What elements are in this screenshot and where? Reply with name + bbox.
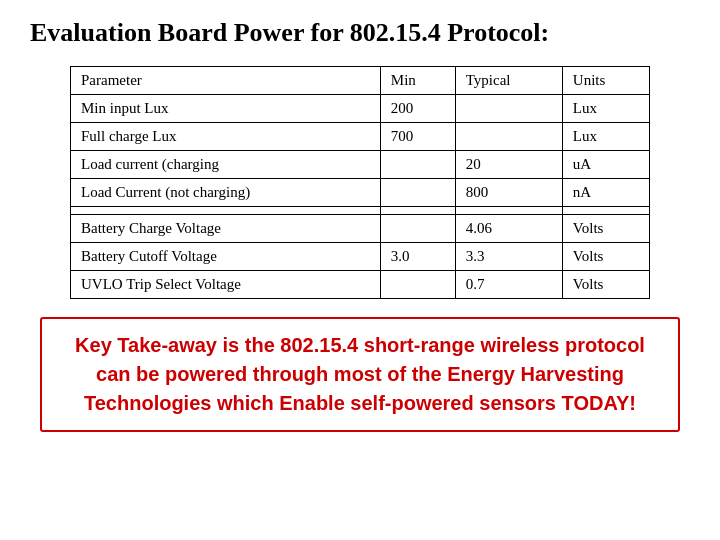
cell-param: Load Current (not charging) [71, 179, 381, 207]
table-spacer-row [71, 207, 650, 215]
cell-units: Lux [562, 123, 649, 151]
key-takeaway-box: Key Take-away is the 802.15.4 short-rang… [40, 317, 680, 432]
cell-typical: 20 [455, 151, 562, 179]
col-header-units: Units [562, 67, 649, 95]
cell-typical [455, 123, 562, 151]
table-row: Min input Lux200Lux [71, 95, 650, 123]
cell-typical [455, 95, 562, 123]
cell-param: Load current (charging [71, 151, 381, 179]
table-container: Parameter Min Typical Units Min input Lu… [70, 66, 650, 299]
cell-typical: 800 [455, 179, 562, 207]
table-row: Full charge Lux700Lux [71, 123, 650, 151]
cell-param: UVLO Trip Select Voltage [71, 271, 381, 299]
parameters-table: Parameter Min Typical Units Min input Lu… [70, 66, 650, 299]
cell-min: 700 [380, 123, 455, 151]
table-row: Load Current (not charging)800nA [71, 179, 650, 207]
col-header-typical: Typical [455, 67, 562, 95]
page-title: Evaluation Board Power for 802.15.4 Prot… [30, 18, 690, 48]
table-row: Load current (charging20uA [71, 151, 650, 179]
cell-param: Battery Cutoff Voltage [71, 243, 381, 271]
cell-min: 3.0 [380, 243, 455, 271]
cell-min [380, 215, 455, 243]
col-header-min: Min [380, 67, 455, 95]
cell-units: Volts [562, 271, 649, 299]
cell-min [380, 271, 455, 299]
cell-units: uA [562, 151, 649, 179]
cell-typical: 3.3 [455, 243, 562, 271]
cell-param: Full charge Lux [71, 123, 381, 151]
table-row: Battery Charge Voltage4.06Volts [71, 215, 650, 243]
cell-min [380, 179, 455, 207]
table-row: Battery Cutoff Voltage3.03.3Volts [71, 243, 650, 271]
cell-param: Min input Lux [71, 95, 381, 123]
cell-units: nA [562, 179, 649, 207]
cell-typical: 4.06 [455, 215, 562, 243]
cell-typical: 0.7 [455, 271, 562, 299]
key-takeaway-text: Key Take-away is the 802.15.4 short-rang… [60, 331, 660, 418]
cell-param: Battery Charge Voltage [71, 215, 381, 243]
cell-min [380, 151, 455, 179]
cell-units: Lux [562, 95, 649, 123]
cell-units: Volts [562, 243, 649, 271]
col-header-parameter: Parameter [71, 67, 381, 95]
table-row: UVLO Trip Select Voltage0.7Volts [71, 271, 650, 299]
cell-min: 200 [380, 95, 455, 123]
cell-units: Volts [562, 215, 649, 243]
page: Evaluation Board Power for 802.15.4 Prot… [0, 0, 720, 450]
